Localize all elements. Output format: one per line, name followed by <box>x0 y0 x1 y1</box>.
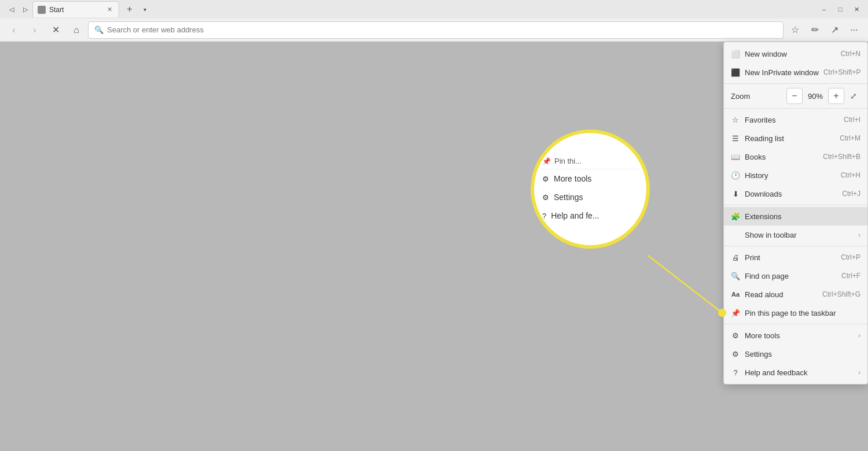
zoom-in-button[interactable]: + <box>828 88 844 104</box>
notes-icon[interactable]: ✏ <box>806 21 824 39</box>
new-window-icon: ⬜ <box>731 49 740 58</box>
menu-show-in-toolbar[interactable]: Show in toolbar › <box>724 226 867 244</box>
menu-read-aloud[interactable]: Aa Read aloud Ctrl+Shift+G <box>724 285 867 304</box>
win-back[interactable]: ◁ <box>5 2 19 16</box>
extensions-label: Extensions <box>745 212 860 221</box>
more-tools-icon: ⚙ <box>731 331 740 340</box>
downloads-label: Downloads <box>745 190 837 198</box>
tab-favicon <box>38 6 46 14</box>
zoom-row: Zoom − 90% + ⤢ <box>724 86 867 106</box>
menu-downloads[interactable]: ⬇ Downloads Ctrl+J <box>724 184 867 203</box>
downloads-shortcut: Ctrl+J <box>842 190 860 198</box>
history-label: History <box>745 171 836 180</box>
favorites-label: Favorites <box>745 116 839 124</box>
read-aloud-label: Read aloud <box>745 290 818 299</box>
menu-favorites[interactable]: ☆ Favorites Ctrl+I <box>724 110 867 129</box>
books-icon: 📖 <box>731 152 740 161</box>
settings-label: Settings <box>745 350 860 358</box>
menu-extensions[interactable]: 🧩 Extensions <box>724 207 867 226</box>
sep-1 <box>724 83 867 84</box>
show-in-toolbar-arrow: › <box>858 231 860 238</box>
menu-help-feedback[interactable]: ? Help and feedback › <box>724 363 867 382</box>
context-menu: ⬜ New window Ctrl+N ⬛ New InPrivate wind… <box>723 42 868 385</box>
print-icon: 🖨 <box>731 253 740 262</box>
zoom-out-button[interactable]: − <box>786 88 803 104</box>
new-inprivate-shortcut: Ctrl+Shift+P <box>823 68 861 76</box>
more-tools-arrow: › <box>858 332 860 339</box>
menu-print[interactable]: 🖨 Print Ctrl+P <box>724 248 867 267</box>
win-forward[interactable]: ▷ <box>19 2 32 16</box>
home-button[interactable]: ⌂ <box>67 21 86 39</box>
find-on-page-label: Find on page <box>745 272 837 280</box>
find-on-page-shortcut: Ctrl+F <box>841 272 860 280</box>
magnifier-help-label: Help and fe... <box>551 211 599 220</box>
tab-overflow-button[interactable]: ▾ <box>138 2 152 16</box>
tab-start[interactable]: Start ✕ <box>32 1 119 17</box>
history-shortcut: Ctrl+H <box>841 171 860 179</box>
menu-pin-taskbar[interactable]: 📌 Pin this page to the taskbar <box>724 304 867 322</box>
books-label: Books <box>745 153 818 161</box>
show-in-toolbar-label: Show in toolbar <box>745 231 854 239</box>
read-aloud-icon: Aa <box>731 290 740 299</box>
menu-history[interactable]: 🕐 History Ctrl+H <box>724 166 867 184</box>
back-button[interactable]: ‹ <box>5 21 23 39</box>
tab-close-btn[interactable]: ✕ <box>105 5 114 14</box>
downloads-icon: ⬇ <box>731 189 740 198</box>
read-aloud-shortcut: Ctrl+Shift+G <box>822 290 860 298</box>
svg-line-0 <box>648 256 722 313</box>
share-icon[interactable]: ↗ <box>825 21 844 39</box>
favorites-icon[interactable]: ☆ <box>786 21 804 39</box>
more-tools-label: More tools <box>745 331 854 340</box>
more-button[interactable]: ··· <box>845 21 863 39</box>
inprivate-icon: ⬛ <box>731 68 740 77</box>
menu-new-window[interactable]: ⬜ New window Ctrl+N <box>724 45 867 63</box>
history-icon: 🕐 <box>731 171 740 180</box>
magnifier-circle: 📌 Pin thi... ⚙ More tools ⚙ Settings ? H… <box>532 131 648 247</box>
menu-reading-list[interactable]: ☰ Reading list Ctrl+M <box>724 129 867 147</box>
menu-new-inprivate[interactable]: ⬛ New InPrivate window Ctrl+Shift+P <box>724 63 867 82</box>
help-feedback-arrow: › <box>858 369 860 376</box>
new-inprivate-label: New InPrivate window <box>745 68 819 77</box>
maximize-button[interactable]: □ <box>833 2 847 16</box>
menu-more-tools[interactable]: ⚙ More tools › <box>724 326 867 345</box>
sep-3 <box>724 205 867 205</box>
zoom-fullscreen-button[interactable]: ⤢ <box>847 89 860 103</box>
address-input[interactable] <box>107 25 777 34</box>
sep-2 <box>724 108 867 109</box>
refresh-button[interactable]: ✕ <box>46 21 65 39</box>
zoom-label: Zoom <box>731 92 784 101</box>
magnifier-pin-label: Pin thi... <box>554 157 582 165</box>
toolbar-icons: ☆ ✏ ↗ ··· <box>786 21 863 39</box>
menu-find-on-page[interactable]: 🔍 Find on page Ctrl+F <box>724 267 867 285</box>
title-bar: ◁ ▷ Start ✕ + ▾ – □ ✕ <box>0 0 868 19</box>
main-content: ⬜ New window Ctrl+N ⬛ New InPrivate wind… <box>0 42 868 451</box>
help-icon: ? <box>731 368 740 377</box>
reading-list-icon: ☰ <box>731 134 740 143</box>
new-window-label: New window <box>745 50 836 58</box>
favorites-menu-icon: ☆ <box>731 115 740 124</box>
close-button[interactable]: ✕ <box>849 2 863 16</box>
sep-4 <box>724 246 867 246</box>
books-shortcut: Ctrl+Shift+B <box>823 153 860 161</box>
new-tab-button[interactable]: + <box>122 1 138 17</box>
address-bar[interactable]: 🔍 <box>88 21 784 39</box>
menu-settings[interactable]: ⚙ Settings <box>724 345 867 363</box>
magnifier-more-tools-label: More tools <box>554 174 591 183</box>
magnifier-settings-label: Settings <box>554 193 583 202</box>
print-shortcut: Ctrl+P <box>841 253 860 261</box>
find-on-page-icon: 🔍 <box>731 271 740 280</box>
sep-5 <box>724 324 867 324</box>
tab-title: Start <box>49 6 101 14</box>
menu-books[interactable]: 📖 Books Ctrl+Shift+B <box>724 147 867 166</box>
tab-bar: ◁ ▷ Start ✕ + ▾ <box>5 0 815 19</box>
forward-button[interactable]: › <box>25 21 44 39</box>
print-label: Print <box>745 253 836 262</box>
search-icon: 🔍 <box>94 25 104 34</box>
help-feedback-label: Help and feedback <box>745 368 854 377</box>
nav-bar: ‹ › ✕ ⌂ 🔍 ☆ ✏ ↗ ··· <box>0 19 868 42</box>
settings-icon: ⚙ <box>731 349 740 358</box>
new-window-shortcut: Ctrl+N <box>841 50 860 58</box>
reading-list-label: Reading list <box>745 134 835 143</box>
reading-list-shortcut: Ctrl+M <box>840 134 860 142</box>
minimize-button[interactable]: – <box>817 2 831 16</box>
